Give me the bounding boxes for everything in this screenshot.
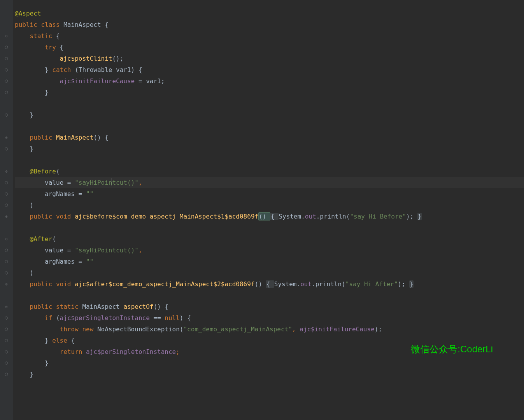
fold-pin-icon: ⬡	[0, 200, 13, 211]
fold-pin-icon: ⬡	[0, 87, 13, 98]
method-token: ajc$before$com_demo_aspectj_MainAspect$1…	[75, 213, 258, 220]
fold-minus-icon[interactable]: ⊖	[0, 301, 13, 312]
fold-pin-icon: ⬡	[0, 109, 13, 121]
punct-token: ()	[255, 280, 266, 288]
attr-token: argNames	[45, 190, 75, 198]
keyword-token: else	[52, 337, 71, 344]
keyword-token: if	[15, 314, 56, 322]
gutter-blank	[0, 154, 13, 166]
gutter-blank	[0, 290, 13, 301]
code-line: public void ajc$before$com_demo_aspectj_…	[15, 211, 524, 222]
string-token: tcut()"	[112, 179, 138, 186]
brace-token: }	[417, 213, 422, 220]
gutter-blank	[0, 222, 13, 233]
punct-token: = var1;	[135, 77, 165, 85]
attr-token: value	[45, 179, 63, 186]
fold-plus-icon[interactable]: ⊕	[0, 211, 13, 222]
code-line: @After(	[15, 233, 524, 245]
code-line	[15, 98, 524, 109]
keyword-token: new	[82, 326, 97, 333]
indent-token	[15, 190, 45, 198]
fold-minus-icon[interactable]: ⊖	[0, 132, 13, 143]
gutter-blank	[0, 98, 13, 109]
gutter-blank	[0, 121, 13, 132]
ref-token: .println(	[316, 213, 350, 220]
punct-token: ,	[138, 247, 142, 254]
fold-pin-icon: ⬡	[0, 324, 13, 335]
keyword-token: void	[56, 280, 75, 288]
code-line	[15, 154, 524, 166]
code-line: ajc$initFailureCause = var1;	[15, 75, 524, 87]
ref-token: System.	[279, 213, 305, 220]
class-name-token: MainAspect {	[63, 21, 109, 28]
code-line: value = "sayHiPointcut()",	[15, 245, 524, 256]
fold-pin-icon: ⬡	[0, 267, 13, 278]
fold-minus-icon[interactable]: ⊖	[0, 166, 13, 177]
code-line: }	[15, 87, 524, 98]
code-line	[15, 290, 524, 301]
editor-gutter: ⊖ ⬡ ⬡ ⬡ ⬡ ⬡ ⬡ ⊖ ⬡ ⊖ ⬡ ⬡ ⬡ ⊕ ⊖ ⬡ ⬡ ⬡ ⊕ ⊖ …	[0, 0, 13, 420]
code-line: public class MainAspect {	[15, 19, 524, 30]
punct-token: (	[52, 235, 56, 243]
code-line-active: value = "sayHiPointcut()",	[15, 177, 524, 188]
punct-token: );	[406, 213, 417, 220]
code-line: try {	[15, 42, 524, 53]
fold-pin-icon: ⬡	[0, 64, 13, 75]
ref-token: System.	[274, 280, 300, 288]
attr-token: value	[45, 247, 63, 254]
code-line	[15, 121, 524, 132]
keyword-token: try	[15, 44, 60, 51]
indent-token: }	[15, 66, 52, 74]
code-line: }	[15, 357, 524, 369]
code-line: )	[15, 267, 524, 278]
indent-token	[15, 247, 45, 254]
keyword-token: public	[15, 303, 56, 310]
string-token: "sayHiPointcut()"	[75, 247, 138, 254]
fold-minus-icon[interactable]: ⊖	[0, 233, 13, 245]
code-line: public MainAspect() {	[15, 132, 524, 143]
method-token: ajc$postClinit	[60, 55, 112, 62]
fold-pin-icon: ⬡	[0, 245, 13, 256]
method-token: aspectOf	[123, 303, 153, 310]
gutter-blank	[0, 19, 13, 30]
punct-token: =	[75, 258, 86, 265]
indent-token	[15, 258, 45, 265]
fold-plus-icon[interactable]: ⊕	[0, 278, 13, 290]
fold-pin-icon: ⬡	[0, 357, 13, 369]
punct-token: =	[63, 179, 75, 186]
fold-pin-icon: ⬡	[0, 188, 13, 200]
punct-token: ,	[292, 326, 300, 333]
brace-token: }	[15, 89, 49, 96]
fold-pin-icon: ⬡	[0, 75, 13, 87]
string-token: "say Hi After"	[345, 280, 398, 288]
method-token: ajc$after$com_demo_aspectj_MainAspect$2$…	[75, 280, 254, 288]
indent-token: }	[15, 337, 52, 344]
punct-token: )	[15, 269, 33, 276]
punct-token: () {	[153, 303, 168, 310]
fold-minus-icon[interactable]: ⊖	[0, 30, 13, 42]
code-line: argNames = ""	[15, 188, 524, 200]
fold-pin-icon: ⬡	[0, 369, 13, 380]
brace-token: }	[15, 111, 33, 119]
brace-token: }	[409, 280, 414, 288]
brace-token: {	[266, 280, 274, 288]
field-token: out	[305, 213, 316, 220]
type-token: MainAspect	[82, 303, 123, 310]
code-line: )	[15, 200, 524, 211]
keyword-token: return	[15, 348, 86, 355]
type-token: NoAspectBoundException(	[97, 326, 184, 333]
string-token: "com_demo_aspectj_MainAspect"	[183, 326, 292, 333]
fold-pin-icon: ⬡	[0, 143, 13, 154]
fold-pin-icon: ⬡	[0, 335, 13, 346]
punct-token: (	[56, 168, 60, 175]
string-token: "sayHiPoin	[75, 179, 112, 186]
annotation-token: @Aspect	[15, 10, 41, 17]
keyword-token: catch	[52, 66, 75, 74]
fold-pin-icon: ⬡	[0, 346, 13, 357]
code-line: argNames = ""	[15, 256, 524, 267]
brace-token: }	[15, 371, 33, 378]
code-text-area[interactable]: @Aspect public class MainAspect { static…	[13, 0, 524, 420]
keyword-token: null	[165, 314, 180, 322]
code-editor[interactable]: ⊖ ⬡ ⬡ ⬡ ⬡ ⬡ ⬡ ⊖ ⬡ ⊖ ⬡ ⬡ ⬡ ⊕ ⊖ ⬡ ⬡ ⬡ ⊕ ⊖ …	[0, 0, 524, 420]
code-line: }	[15, 369, 524, 380]
